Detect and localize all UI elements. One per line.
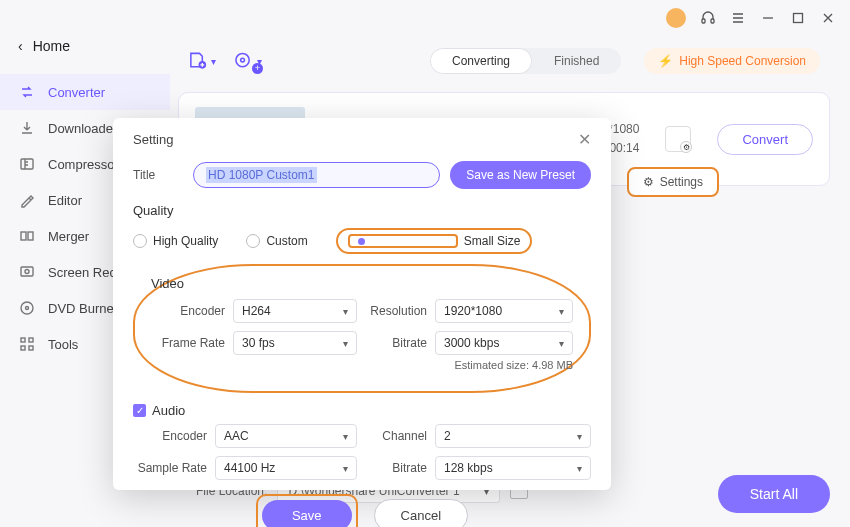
video-encoder-select[interactable]: H264▾ (233, 299, 357, 323)
editor-icon (18, 191, 36, 209)
menu-icon[interactable] (730, 10, 746, 26)
svg-rect-12 (21, 346, 25, 350)
svg-rect-2 (794, 14, 803, 23)
audio-heading-row: ✓ Audio (133, 403, 591, 418)
merger-icon (18, 227, 36, 245)
downloader-icon (18, 119, 36, 137)
svg-point-9 (26, 307, 29, 310)
chevron-left-icon: ‹ (18, 38, 23, 54)
bolt-icon: ⚡ (658, 54, 673, 68)
dvd-icon (18, 299, 36, 317)
home-label: Home (33, 38, 70, 54)
estimated-size: Estimated size: 4.98 MB (151, 359, 573, 371)
svg-rect-5 (28, 232, 33, 240)
audio-channel-select[interactable]: 2▾ (435, 424, 591, 448)
converter-icon (18, 83, 36, 101)
sidebar-item-label: Editor (48, 193, 82, 208)
save-button-highlight: Save (256, 494, 358, 527)
audio-encoder-select[interactable]: AAC▾ (215, 424, 357, 448)
settings-modal: Setting ✕ Title HD 1080P Custom1 Save as… (113, 118, 611, 490)
svg-rect-10 (21, 338, 25, 342)
audio-heading: Audio (152, 403, 185, 418)
quality-heading: Quality (133, 203, 591, 218)
svg-rect-13 (29, 346, 33, 350)
minimize-icon[interactable] (760, 10, 776, 26)
close-window-icon[interactable] (820, 10, 836, 26)
svg-point-7 (25, 270, 29, 274)
compressor-icon (18, 155, 36, 173)
svg-point-15 (236, 53, 249, 66)
tab-finished[interactable]: Finished (532, 48, 621, 74)
svg-rect-3 (21, 159, 33, 169)
sidebar-item-label: Compressor (48, 157, 119, 172)
back-home[interactable]: ‹ Home (0, 30, 170, 62)
audio-bitrate-select[interactable]: 128 kbps▾ (435, 456, 591, 480)
add-file-button[interactable]: ▾ (188, 49, 216, 73)
maximize-icon[interactable] (790, 10, 806, 26)
user-avatar[interactable] (666, 8, 686, 28)
sidebar-item-label: Downloader (48, 121, 117, 136)
modal-header: Setting (133, 132, 173, 147)
close-icon[interactable]: ✕ (578, 130, 591, 149)
svg-point-8 (21, 302, 33, 314)
sidebar-item-converter[interactable]: Converter (0, 74, 170, 110)
cancel-button[interactable]: Cancel (374, 499, 468, 527)
svg-rect-11 (29, 338, 33, 342)
tab-converting[interactable]: Converting (430, 48, 532, 74)
tools-icon (18, 335, 36, 353)
video-resolution-select[interactable]: 1920*1080▾ (435, 299, 573, 323)
svg-rect-4 (21, 232, 26, 240)
gear-icon: ⚙ (680, 141, 692, 153)
svg-point-16 (241, 58, 245, 62)
support-icon[interactable] (700, 10, 716, 26)
video-heading: Video (151, 276, 573, 291)
svg-rect-6 (21, 267, 33, 276)
svg-rect-1 (711, 19, 714, 23)
audio-checkbox[interactable]: ✓ (133, 404, 146, 417)
add-disc-button[interactable]: +▾ (234, 49, 262, 73)
sidebar-item-label: DVD Burner (48, 301, 118, 316)
sidebar-item-label: Merger (48, 229, 89, 244)
preset-title-input[interactable]: HD 1080P Custom1 (193, 162, 440, 188)
save-new-preset-button[interactable]: Save as New Preset (450, 161, 591, 189)
video-bitrate-select[interactable]: 3000 kbps▾ (435, 331, 573, 355)
radio-small-size[interactable]: Small Size (336, 228, 533, 254)
convert-button[interactable]: Convert (717, 124, 813, 155)
radio-custom[interactable]: Custom (246, 234, 307, 248)
sidebar-item-label: Tools (48, 337, 78, 352)
output-format-selector[interactable]: ⚙ (665, 126, 691, 152)
video-framerate-select[interactable]: 30 fps▾ (233, 331, 357, 355)
video-settings-group: Video Encoder H264▾ Resolution 1920*1080… (133, 264, 591, 393)
start-all-button[interactable]: Start All (718, 475, 830, 513)
high-speed-badge[interactable]: ⚡ High Speed Conversion (644, 48, 820, 74)
main-toolbar: ▾ +▾ Converting Finished ⚡ High Speed Co… (178, 40, 830, 82)
svg-rect-0 (702, 19, 705, 23)
save-button[interactable]: Save (262, 500, 352, 527)
settings-button[interactable]: ⚙ Settings (627, 167, 719, 197)
sidebar-item-label: Converter (48, 85, 105, 100)
title-label: Title (133, 168, 183, 182)
status-tabs: Converting Finished (430, 48, 621, 74)
screen-recorder-icon (18, 263, 36, 281)
radio-high-quality[interactable]: High Quality (133, 234, 218, 248)
audio-samplerate-select[interactable]: 44100 Hz▾ (215, 456, 357, 480)
settings-gear-icon: ⚙ (643, 175, 654, 189)
